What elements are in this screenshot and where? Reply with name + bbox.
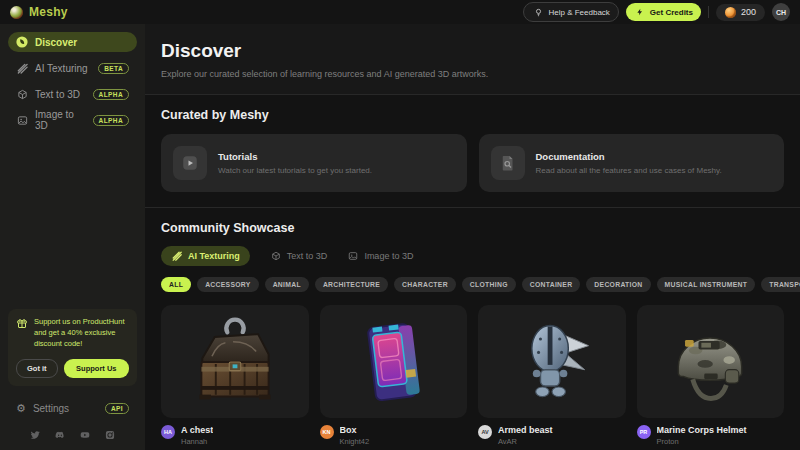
sidebar-item-image-to-3d[interactable]: Image to 3D ALPHA: [8, 110, 137, 130]
filter-chip-container[interactable]: CONTAINER: [522, 277, 581, 292]
documentation-title: Documentation: [536, 151, 722, 162]
filter-chip-decoration[interactable]: DECORATION: [586, 277, 650, 292]
category-filters: ALL ACCESSORY ANIMAL ARCHITECTURE CHARAC…: [161, 277, 784, 292]
tutorials-description: Watch our latest tutorials to get you st…: [218, 166, 372, 175]
artwork-card-a-chest[interactable]: HA A chest Hannah: [161, 305, 309, 446]
artwork-author: Knight42: [340, 437, 370, 446]
curated-heading: Curated by Meshy: [161, 108, 784, 122]
meshy-logo-icon: [10, 6, 23, 19]
artwork-title: Armed beast: [498, 425, 553, 435]
showcase-tabs: AI Texturing Text to 3D: [161, 246, 784, 266]
beta-badge: BETA: [98, 63, 129, 74]
filter-chip-animal[interactable]: ANIMAL: [265, 277, 309, 292]
lightbulb-icon: [532, 6, 544, 18]
artwork-author: Hannah: [181, 437, 213, 446]
texture-brush-icon: [16, 62, 28, 74]
sidebar-item-discover[interactable]: Discover: [8, 32, 137, 52]
texture-brush-icon: [171, 250, 183, 262]
coin-icon: [725, 7, 736, 18]
producthunt-promo-card: Support us on ProductHunt and get a 40% …: [8, 309, 137, 386]
community-showcase-section: Community Showcase AI Texturing: [145, 208, 800, 450]
instagram-icon[interactable]: [105, 430, 115, 440]
social-links: [8, 426, 137, 442]
twitter-icon[interactable]: [30, 430, 40, 440]
artwork-image-helmet: [637, 305, 785, 418]
discord-icon[interactable]: [55, 430, 65, 440]
artwork-image-box: [320, 305, 468, 418]
filter-chip-character[interactable]: CHARACTER: [394, 277, 456, 292]
gear-icon: ⚙: [16, 403, 26, 414]
filter-chip-architecture[interactable]: ARCHITECTURE: [315, 277, 388, 292]
lightning-bolt-icon: [634, 6, 646, 18]
alpha-badge: ALPHA: [93, 89, 129, 100]
meshy-logo[interactable]: Meshy: [10, 5, 68, 19]
discover-compass-icon: [16, 36, 28, 48]
got-it-button[interactable]: Got it: [16, 359, 58, 378]
filter-chip-musical-instrument[interactable]: MUSICAL INSTRUMENT: [657, 277, 756, 292]
image-icon: [16, 114, 28, 126]
author-avatar[interactable]: HA: [161, 425, 175, 439]
cube-icon: [270, 250, 282, 262]
curated-section: Curated by Meshy Tutorials Watch our lat…: [145, 95, 800, 208]
document-search-icon: [491, 146, 525, 180]
artwork-image-chest: [161, 305, 309, 418]
credits-count: 200: [741, 7, 756, 17]
showcase-heading: Community Showcase: [161, 221, 784, 235]
cube-icon: [16, 88, 28, 100]
artwork-author: Proton: [657, 437, 747, 446]
artwork-image-armed-beast: [478, 305, 626, 418]
filter-chip-clothing[interactable]: CLOTHING: [462, 277, 516, 292]
page-header: Discover Explore our curated selection o…: [145, 24, 800, 95]
credits-balance[interactable]: 200: [716, 4, 765, 21]
artwork-card-armed-beast[interactable]: AV Armed beast AvAR: [478, 305, 626, 446]
artwork-title: A chest: [181, 425, 213, 435]
author-avatar[interactable]: AV: [478, 425, 492, 439]
documentation-description: Read about all the features and use case…: [536, 166, 722, 175]
top-bar: Meshy Help & Feedback Get Credits: [0, 0, 800, 24]
settings-label: Settings: [33, 403, 69, 414]
get-credits-button[interactable]: Get Credits: [626, 3, 701, 21]
main-content: Discover Explore our curated selection o…: [145, 24, 800, 450]
page-subtitle: Explore our curated selection of learnin…: [161, 69, 784, 79]
sidebar-spacer: [8, 136, 137, 309]
topbar-divider: [708, 6, 709, 18]
artwork-title: Box: [340, 425, 370, 435]
tutorials-card[interactable]: Tutorials Watch our latest tutorials to …: [161, 134, 467, 192]
api-badge: API: [105, 403, 129, 414]
sidebar-item-label: Text to 3D: [35, 89, 80, 100]
filter-chip-transportation[interactable]: TRANSPORTATION: [761, 277, 800, 292]
author-avatar[interactable]: PR: [637, 425, 651, 439]
sidebar-item-label: AI Texturing: [35, 63, 88, 74]
filter-chip-all[interactable]: ALL: [161, 277, 191, 292]
image-icon: [347, 250, 359, 262]
author-avatar[interactable]: KN: [320, 425, 334, 439]
alpha-badge: ALPHA: [93, 115, 129, 126]
promo-text: Support us on ProductHunt and get a 40% …: [34, 317, 129, 350]
tab-ai-texturing[interactable]: AI Texturing: [161, 246, 250, 266]
artwork-author: AvAR: [498, 437, 553, 446]
documentation-card[interactable]: Documentation Read about all the feature…: [479, 134, 785, 192]
tab-image-to-3d[interactable]: Image to 3D: [347, 250, 413, 262]
sidebar-item-text-to-3d[interactable]: Text to 3D ALPHA: [8, 84, 137, 104]
tutorials-title: Tutorials: [218, 151, 372, 162]
sidebar-item-ai-texturing[interactable]: AI Texturing BETA: [8, 58, 137, 78]
user-avatar[interactable]: CH: [772, 3, 790, 21]
play-video-icon: [173, 146, 207, 180]
app-shell: Discover AI Texturing BETA Text to 3D: [0, 24, 800, 450]
meshy-app: Meshy Help & Feedback Get Credits: [0, 0, 800, 450]
support-us-button[interactable]: Support Us: [64, 359, 129, 378]
sidebar-item-label: Image to 3D: [35, 109, 86, 131]
artwork-title: Marine Corps Helmet: [657, 425, 747, 435]
sidebar-item-settings[interactable]: ⚙ Settings API: [8, 398, 137, 418]
artwork-card-box[interactable]: KN Box Knight42: [320, 305, 468, 446]
gift-icon: [16, 317, 28, 329]
meshy-logo-text: Meshy: [29, 5, 68, 19]
youtube-icon[interactable]: [80, 430, 90, 440]
sidebar-item-label: Discover: [35, 37, 77, 48]
artwork-card-marine-corps-helmet[interactable]: PR Marine Corps Helmet Proton: [637, 305, 785, 446]
artwork-grid: HA A chest Hannah: [161, 305, 784, 446]
topbar-actions: Help & Feedback Get Credits 200 CH: [523, 2, 790, 22]
help-feedback-button[interactable]: Help & Feedback: [523, 2, 618, 22]
filter-chip-accessory[interactable]: ACCESSORY: [197, 277, 259, 292]
tab-text-to-3d[interactable]: Text to 3D: [270, 250, 328, 262]
